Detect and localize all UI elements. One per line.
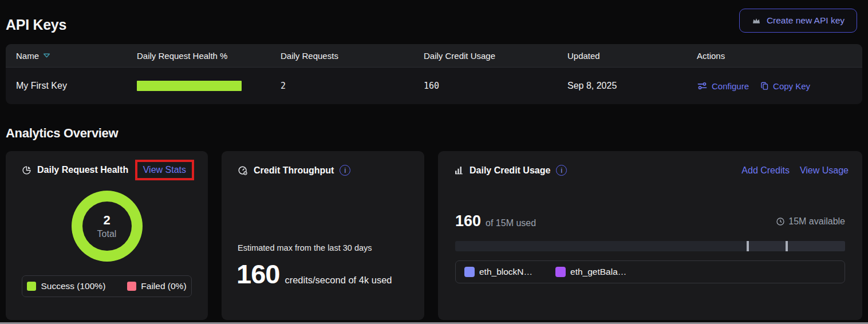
crown-icon [752,17,761,25]
throughput-description: Estimated max from the last 30 days [238,243,424,252]
failed-label: Failed (0%) [141,281,186,291]
create-api-key-label: Create new API key [767,15,845,26]
column-header-name[interactable]: Name [16,51,137,61]
info-icon[interactable]: i [340,165,350,176]
legend-item-eth-blocknumber: eth_blockN… [464,267,532,277]
table-header-row: Name Daily Request Health % Daily Reques… [6,44,862,68]
eth-getbalance-label: eth_getBala… [570,267,626,277]
usage-legend: eth_blockN… eth_getBala… [455,260,845,283]
credit-usage-progress-bar [455,241,845,251]
sliders-icon [697,81,708,90]
configure-button[interactable]: Configure [697,81,749,91]
usage-marker [747,241,749,251]
copy-key-button[interactable]: Copy Key [760,81,810,91]
view-stats-link[interactable]: View Stats [143,165,186,175]
legend-item-success: Success (100%) [27,281,105,291]
column-header-updated: Updated [567,51,697,61]
daily-request-health-card: Daily Request Health View Stats 2 Total … [6,151,208,320]
success-label: Success (100%) [41,281,105,291]
clock-icon [776,217,785,226]
eth-blocknumber-swatch [464,267,475,277]
add-credits-link[interactable]: Add Credits [741,165,790,176]
daily-requests-value: 2 [281,81,424,91]
daily-credit-usage-card: Daily Credit Usage i Add Credits View Us… [438,151,862,320]
card-title-daily-credit-usage: Daily Credit Usage [469,165,550,176]
credit-throughput-card: Credit Throughput i Estimated max from t… [222,151,424,320]
daily-credit-usage-value: 160 [424,81,567,91]
updated-value: Sep 8, 2025 [567,81,697,91]
health-bar-fill [137,81,242,91]
table-row: My First Key 2 160 Sep 8, 2025 Configure… [6,68,862,104]
create-api-key-button[interactable]: Create new API key [739,9,857,33]
health-legend: Success (100%) Failed (0%) [22,275,192,297]
card-title-daily-request-health: Daily Request Health [37,165,128,175]
failed-swatch [127,282,136,291]
column-header-health: Daily Request Health % [137,51,281,61]
success-swatch [27,282,36,291]
credits-used-value: 160 [455,212,481,230]
gauge-icon [238,165,248,176]
copy-key-label: Copy Key [773,81,810,91]
configure-label: Configure [712,81,749,91]
annotation-red-box: View Stats [135,160,194,180]
analytics-overview-title: Analytics Overview [6,126,868,141]
legend-item-failed: Failed (0%) [127,281,186,291]
view-usage-link[interactable]: View Usage [800,165,849,176]
donut-total-value: 2 [103,213,110,228]
info-icon[interactable]: i [556,165,567,176]
column-header-daily-requests: Daily Requests [281,51,424,61]
bar-chart-icon [454,165,464,175]
api-key-name: My First Key [16,81,137,91]
pie-chart-icon [22,165,31,175]
page-title: API Keys [6,17,66,33]
health-bar-track [137,81,242,91]
column-header-actions: Actions [697,51,862,61]
usage-marker [786,241,788,251]
api-keys-table: Name Daily Request Health % Daily Reques… [6,44,862,104]
throughput-value: 160 [236,258,279,290]
health-donut: 2 Total [72,191,143,262]
sort-chevron-down-icon[interactable] [43,53,50,58]
throughput-unit: credits/second of 4k used [285,275,392,286]
donut-total-label: Total [97,229,117,239]
credits-available-label: 15M available [788,216,845,227]
eth-blocknumber-label: eth_blockN… [479,267,532,277]
top-bar: API Keys Create new API key [0,0,868,44]
usage-bar-light-segment [747,241,845,251]
analytics-cards: Daily Request Health View Stats 2 Total … [6,151,862,320]
credits-used-suffix: of 15M used [486,218,536,228]
copy-icon [760,81,769,91]
column-header-daily-credit-usage: Daily Credit Usage [424,51,567,61]
eth-getbalance-swatch [555,267,566,277]
card-title-credit-throughput: Credit Throughput [254,165,334,176]
credits-available: 15M available [776,216,845,227]
legend-item-eth-getbalance: eth_getBala… [555,267,626,277]
